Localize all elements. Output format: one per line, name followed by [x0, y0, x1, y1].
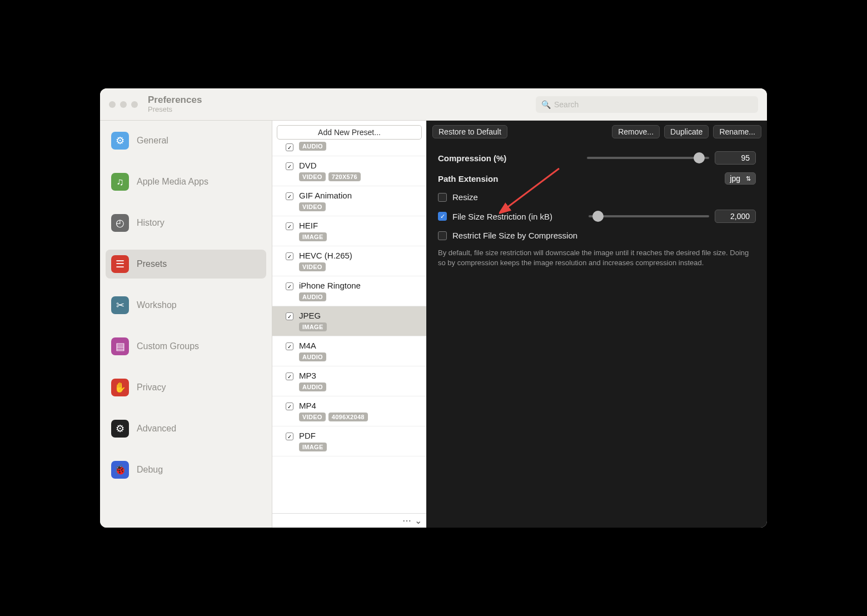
sidebar-item-apple-media-apps[interactable]: ♫Apple Media Apps — [106, 167, 266, 196]
resize-row: Resize — [438, 192, 756, 202]
preset-badge: IMAGE — [299, 232, 327, 241]
sidebar-item-workshop[interactable]: ✂Workshop — [106, 291, 266, 320]
sidebar: ⚙General♫Apple Media Apps◴History☰Preset… — [100, 121, 272, 528]
close-window-button[interactable] — [109, 101, 116, 108]
file-size-slider-thumb[interactable] — [592, 211, 604, 222]
resize-label: Resize — [452, 192, 478, 202]
sidebar-item-advanced[interactable]: ⚙Advanced — [106, 414, 266, 443]
preset-checkbox[interactable]: ✓ — [286, 192, 293, 200]
preset-item[interactable]: ✓HEVC (H.265)VIDEO — [272, 246, 426, 276]
preset-badge: IMAGE — [299, 322, 327, 331]
preset-item[interactable]: ✓DVDVIDEO720X576 — [272, 156, 426, 186]
add-new-preset-button[interactable]: Add New Preset... — [277, 125, 422, 140]
compression-row: Compression (%) — [438, 151, 756, 165]
presets-icon: ☰ — [111, 255, 129, 273]
preset-item[interactable]: ✓iPhone RingtoneAUDIO — [272, 276, 426, 306]
preset-checkbox[interactable]: ✓ — [286, 282, 293, 290]
preset-item[interactable]: ✓JPEGIMAGE — [272, 306, 426, 336]
sidebar-item-presets[interactable]: ☰Presets — [106, 250, 266, 279]
preset-item[interactable]: ✓HEIFIMAGE — [272, 216, 426, 246]
preset-badge: VIDEO — [299, 413, 326, 421]
file-size-checkbox[interactable]: ✓ — [438, 212, 447, 221]
preset-name: HEVC (H.265) — [299, 251, 352, 260]
remove-button[interactable]: Remove... — [612, 125, 660, 138]
sidebar-item-label: Debug — [137, 465, 163, 475]
sidebar-item-label: Privacy — [137, 382, 166, 393]
file-size-slider[interactable] — [589, 215, 709, 217]
preset-item[interactable]: ✓PDFIMAGE — [272, 426, 426, 456]
preset-badge: AUDIO — [299, 382, 326, 391]
search-input[interactable] — [554, 100, 753, 109]
preset-checkbox[interactable]: ✓ — [286, 342, 293, 350]
window-subtitle: Presets — [148, 106, 202, 114]
preset-checkbox[interactable]: ✓ — [286, 433, 293, 440]
sidebar-item-history[interactable]: ◴History — [106, 208, 266, 237]
preset-checkbox[interactable]: ✓ — [286, 252, 293, 260]
search-field-wrap[interactable]: 🔍 — [536, 96, 758, 113]
preset-badge: AUDIO — [299, 292, 326, 301]
sidebar-item-privacy[interactable]: ✋Privacy — [106, 373, 266, 402]
preset-checkbox[interactable]: ✓ — [286, 372, 293, 380]
sidebar-item-debug[interactable]: 🐞Debug — [106, 455, 266, 484]
restrict-compression-label: Restrict File Size by Compression — [452, 231, 577, 240]
preset-item[interactable]: ✓MP4VIDEO4096X2048 — [272, 396, 426, 426]
restrict-compression-checkbox[interactable] — [438, 231, 447, 240]
preset-name: HEIF — [299, 221, 327, 230]
resize-checkbox[interactable] — [438, 193, 447, 202]
preset-list-panel: Add New Preset... ✓AUDIO✓DVDVIDEO720X576… — [272, 121, 427, 528]
sidebar-item-custom-groups[interactable]: ▤Custom Groups — [106, 332, 266, 361]
preset-name: iPhone Ringtone — [299, 281, 361, 290]
preset-badge: VIDEO — [299, 262, 326, 271]
media-icon: ♫ — [111, 173, 129, 191]
ellipsis-icon[interactable]: ⋯ — [402, 515, 411, 526]
restore-default-button[interactable]: Restore to Default — [432, 125, 507, 138]
file-size-row: ✓ File Size Restriction (in kB) — [438, 210, 756, 223]
preset-checkbox[interactable]: ✓ — [286, 162, 293, 170]
zoom-window-button[interactable] — [131, 101, 138, 108]
rename-button[interactable]: Rename... — [713, 125, 761, 138]
compression-slider[interactable] — [587, 157, 709, 159]
duplicate-button[interactable]: Duplicate — [664, 125, 709, 138]
detail-body: Compression (%) Path Extension jpg ⇅ — [427, 141, 767, 528]
preset-item[interactable]: ✓MP3AUDIO — [272, 366, 426, 396]
preset-detail-panel: Restore to Default Remove... Duplicate R… — [427, 121, 767, 528]
compression-label: Compression (%) — [438, 153, 581, 163]
sidebar-item-label: Presets — [137, 259, 167, 269]
compression-value-field[interactable] — [715, 151, 756, 165]
sidebar-item-label: General — [137, 136, 168, 146]
preset-name: PDF — [299, 431, 327, 440]
preset-badge: AUDIO — [299, 352, 326, 361]
file-size-value-field[interactable] — [715, 210, 756, 223]
preset-name: MP4 — [299, 401, 368, 410]
preset-checkbox[interactable]: ✓ — [286, 312, 293, 320]
bug-icon: 🐞 — [111, 461, 129, 479]
chevron-down-icon[interactable]: ⌄ — [415, 515, 422, 526]
preset-checkbox[interactable]: ✓ — [286, 143, 293, 151]
titlebar: Preferences Presets 🔍 — [100, 88, 767, 121]
chevron-updown-icon: ⇅ — [746, 175, 751, 182]
preset-checkbox[interactable]: ✓ — [286, 222, 293, 230]
preset-list[interactable]: ✓AUDIO✓DVDVIDEO720X576✓GIF AnimationVIDE… — [272, 140, 426, 513]
preset-badge: AUDIO — [299, 142, 326, 151]
preset-item[interactable]: ✓AUDIO — [272, 140, 426, 156]
window-controls — [109, 101, 138, 108]
preset-item[interactable]: ✓GIF AnimationVIDEO — [272, 186, 426, 216]
preset-badge: VIDEO — [299, 172, 326, 181]
path-extension-select[interactable]: jpg ⇅ — [725, 172, 756, 185]
window-title: Preferences — [148, 95, 202, 106]
preset-item[interactable]: ✓M4AAUDIO — [272, 336, 426, 366]
preset-list-footer: ⋯ ⌄ — [272, 513, 426, 528]
sidebar-item-label: Advanced — [137, 424, 176, 434]
preset-name: GIF Animation — [299, 191, 352, 200]
minimize-window-button[interactable] — [120, 101, 127, 108]
preset-checkbox[interactable]: ✓ — [286, 403, 293, 410]
gear-icon: ⚙ — [111, 132, 129, 150]
window-body: ⚙General♫Apple Media Apps◴History☰Preset… — [100, 121, 767, 528]
preset-badge: IMAGE — [299, 443, 327, 451]
help-text: By default, file size restriction will d… — [438, 248, 756, 268]
preset-badge: VIDEO — [299, 202, 326, 211]
preset-name: M4A — [299, 341, 326, 350]
compression-slider-thumb[interactable] — [694, 152, 705, 163]
preset-name: MP3 — [299, 371, 326, 380]
sidebar-item-general[interactable]: ⚙General — [106, 126, 266, 155]
